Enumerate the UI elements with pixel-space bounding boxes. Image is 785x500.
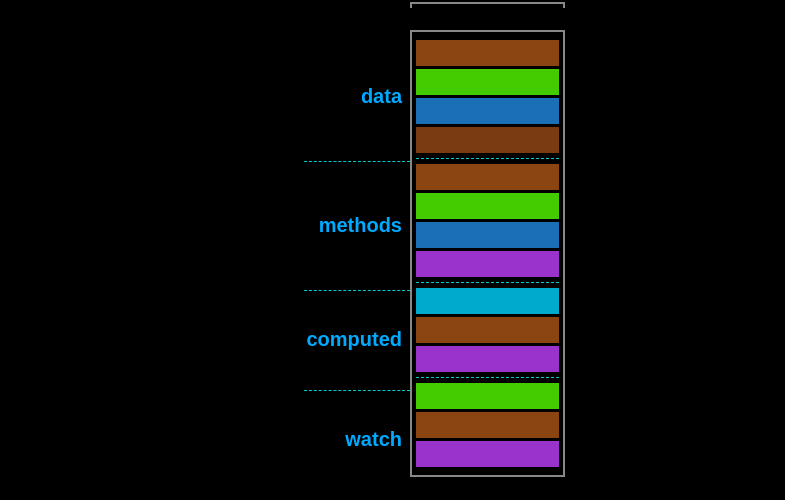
- divider-1: [416, 282, 559, 283]
- bar-methods-1: [416, 193, 559, 219]
- connector-line-0: [304, 161, 410, 162]
- label-data: data: [361, 85, 402, 108]
- connector-line-1: [304, 290, 410, 291]
- bar-computed-0: [416, 288, 559, 314]
- options-panel: [410, 30, 565, 477]
- bar-data-1: [416, 69, 559, 95]
- label-computed: computed: [306, 328, 402, 351]
- section-watch: [416, 379, 559, 471]
- connector-line-2: [304, 390, 410, 391]
- bar-methods-2: [416, 222, 559, 248]
- bar-computed-1: [416, 317, 559, 343]
- label-methods: methods: [319, 214, 402, 237]
- section-methods: [416, 160, 559, 281]
- bar-data-3: [416, 127, 559, 153]
- panel-title: [410, 2, 565, 8]
- section-data: [416, 36, 559, 157]
- bar-watch-1: [416, 412, 559, 438]
- group-labels: datamethodscomputedwatch: [300, 30, 410, 492]
- section-computed: [416, 284, 559, 376]
- bar-watch-0: [416, 383, 559, 409]
- bar-methods-0: [416, 164, 559, 190]
- bar-data-0: [416, 40, 559, 66]
- main-container: datamethodscomputedwatch: [0, 0, 785, 500]
- label-watch: watch: [345, 428, 402, 451]
- bar-methods-3: [416, 251, 559, 277]
- bar-data-2: [416, 98, 559, 124]
- diagram: datamethodscomputedwatch: [300, 30, 565, 492]
- bar-watch-2: [416, 441, 559, 467]
- divider-0: [416, 158, 559, 159]
- divider-2: [416, 377, 559, 378]
- bar-computed-2: [416, 346, 559, 372]
